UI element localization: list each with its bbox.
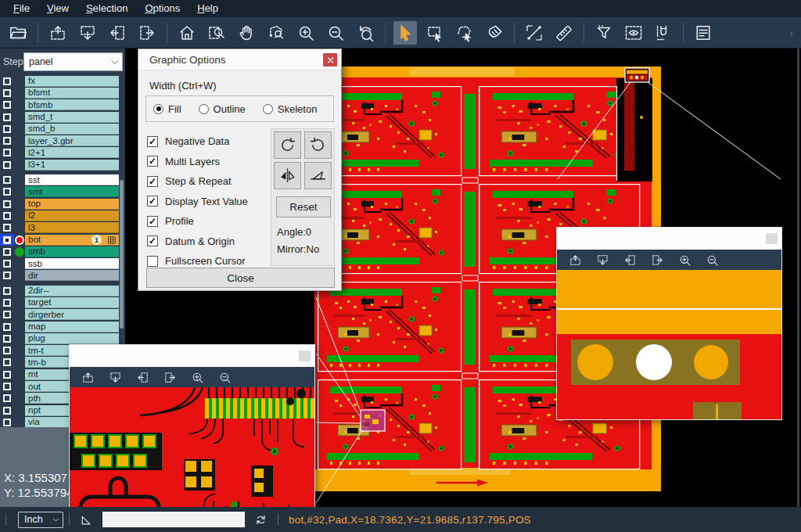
filter-button[interactable] — [592, 21, 616, 45]
layer-name-bar[interactable]: bfsmb — [25, 99, 119, 110]
menu-view[interactable]: View — [38, 0, 77, 17]
layer-visibility-checkbox[interactable] — [0, 309, 14, 321]
layer-visibility-checkbox[interactable] — [0, 198, 14, 210]
zoom-source-bottom-left[interactable] — [361, 410, 385, 431]
checkbox-step-repeat[interactable]: Step & Repeat — [147, 171, 248, 192]
pan-up-button[interactable] — [80, 369, 96, 386]
sidebar-scrollbar-thumb[interactable] — [120, 180, 124, 329]
layer-visibility-checkbox[interactable] — [0, 123, 14, 135]
checkbox-datum-origin[interactable]: Datum & Origin — [147, 232, 248, 252]
layer-row-2dir--[interactable]: 2dir-- — [0, 285, 125, 297]
pan-left-button[interactable] — [135, 369, 151, 386]
layer-row-l3[interactable]: l3 — [0, 222, 125, 234]
select-tool-button[interactable] — [393, 21, 417, 45]
zoom-out-button[interactable] — [217, 369, 233, 386]
layer-visibility-checkbox[interactable] — [0, 380, 14, 392]
unit-select[interactable]: Inch — [18, 512, 63, 528]
mirror-horizontal-button[interactable] — [274, 162, 301, 189]
layer-name-bar[interactable]: smt — [25, 186, 119, 197]
layer-row-target[interactable]: target — [0, 297, 125, 308]
zoom-home-button[interactable] — [175, 21, 199, 45]
refresh-icon[interactable] — [253, 512, 268, 527]
layer-name-bar[interactable]: ssb — [25, 258, 119, 269]
zoom-window-view[interactable] — [557, 270, 781, 419]
layer-visibility-checkbox[interactable] — [0, 159, 14, 171]
zoom-in-button[interactable] — [677, 252, 693, 268]
layer-visibility-checkbox[interactable] — [0, 246, 14, 257]
layer-name-bar[interactable]: sst — [25, 174, 119, 185]
layer-visibility-checkbox[interactable] — [0, 147, 14, 159]
layer-visibility-checkbox[interactable] — [0, 285, 14, 297]
zoom-in-button[interactable] — [189, 369, 206, 386]
menu-selection[interactable]: Selection — [77, 0, 136, 17]
pan-right-button[interactable] — [162, 369, 178, 386]
layer-panel-button[interactable] — [691, 21, 715, 45]
layer-name-bar[interactable]: l2+1 — [25, 147, 119, 158]
angle-corner-icon[interactable] — [79, 512, 94, 527]
layer-row-bfsmt[interactable]: bfsmt — [0, 87, 125, 99]
layer-row-dirgerber[interactable]: dirgerber — [0, 309, 125, 321]
pan-down-button[interactable] — [76, 21, 99, 45]
layer-row-bot[interactable]: bot1 — [0, 234, 125, 246]
layer-name-bar[interactable]: map — [25, 322, 119, 332]
radio-outline[interactable]: Outline — [199, 103, 246, 115]
layer-row-bfsmb[interactable]: bfsmb — [0, 99, 125, 111]
layer-row-smt[interactable]: smt — [0, 186, 125, 198]
window-control-button[interactable] — [766, 233, 778, 244]
layer-row-smb[interactable]: smb — [0, 246, 125, 257]
layer-name-bar[interactable]: smd_t — [25, 112, 119, 123]
pan-hand-button[interactable] — [235, 21, 258, 45]
dialog-titlebar[interactable]: Graphic Options — [138, 49, 341, 70]
layer-visibility-checkbox[interactable] — [0, 404, 14, 416]
pan-up-button[interactable] — [567, 252, 584, 268]
measure-button[interactable] — [523, 21, 546, 45]
layer-row-dir[interactable]: dir — [0, 270, 125, 282]
layer-visibility-checkbox[interactable] — [0, 111, 14, 123]
pan-down-button[interactable] — [594, 252, 611, 268]
window-titlebar[interactable] — [70, 345, 314, 367]
layer-visibility-checkbox[interactable] — [0, 270, 14, 282]
layer-name-bar[interactable]: dir — [25, 270, 119, 281]
polygon-select-button[interactable] — [453, 21, 476, 45]
menu-options[interactable]: Options — [136, 0, 189, 17]
layer-name-bar[interactable]: l3+1 — [25, 160, 119, 171]
mirror-vertical-button[interactable] — [304, 162, 332, 189]
layer-row-sst[interactable]: sst — [0, 174, 125, 185]
checkbox-display-text-value[interactable]: Display Text Value — [147, 192, 248, 212]
layer-visibility-checkbox[interactable] — [0, 135, 14, 146]
layer-name-bar[interactable]: 2dir-- — [25, 286, 119, 297]
layer-row-map[interactable]: map — [0, 321, 125, 332]
layer-name-bar[interactable]: top — [25, 199, 119, 210]
layer-visibility-checkbox[interactable] — [0, 186, 14, 198]
menu-file[interactable]: File — [5, 0, 38, 17]
layer-row-top[interactable]: top — [0, 198, 125, 210]
layer-name-bar[interactable]: smb — [25, 246, 119, 257]
layer-visibility-checkbox[interactable] — [0, 75, 14, 87]
layer-visibility-checkbox[interactable] — [0, 393, 14, 404]
command-input[interactable] — [102, 512, 245, 527]
radio-skeleton[interactable]: Skeleton — [263, 103, 318, 115]
layer-name-bar[interactable]: target — [25, 297, 119, 308]
view-region-button[interactable] — [622, 21, 645, 45]
toolbar-overflow-chevron[interactable]: › — [789, 26, 793, 39]
layer-name-bar[interactable]: smd_b — [25, 124, 119, 135]
menu-help[interactable]: Help — [189, 0, 227, 17]
open-file-button[interactable] — [6, 21, 30, 45]
layer-row-smd_t[interactable]: smd_t — [0, 111, 125, 123]
pan-left-button[interactable] — [106, 21, 129, 45]
dialog-close-button[interactable]: Close — [146, 268, 335, 288]
layer-visibility-checkbox[interactable] — [0, 234, 14, 246]
pan-down-button[interactable] — [107, 369, 124, 386]
layer-visibility-checkbox[interactable] — [0, 321, 14, 332]
layer-visibility-checkbox[interactable] — [0, 345, 14, 357]
window-titlebar[interactable] — [557, 228, 781, 250]
layer-visibility-checkbox[interactable] — [0, 297, 14, 308]
zoom-window-button[interactable] — [205, 21, 228, 45]
snap-button[interactable] — [652, 21, 675, 45]
layer-name-bar[interactable]: plug — [25, 333, 119, 344]
layer-name-bar[interactable]: l2 — [25, 210, 119, 221]
reset-button[interactable]: Reset — [276, 196, 331, 217]
dialog-close-x-button[interactable] — [323, 53, 337, 66]
layer-row-smd_b[interactable]: smd_b — [0, 123, 125, 135]
checkbox-negative-data[interactable]: Negative Data — [147, 131, 248, 152]
